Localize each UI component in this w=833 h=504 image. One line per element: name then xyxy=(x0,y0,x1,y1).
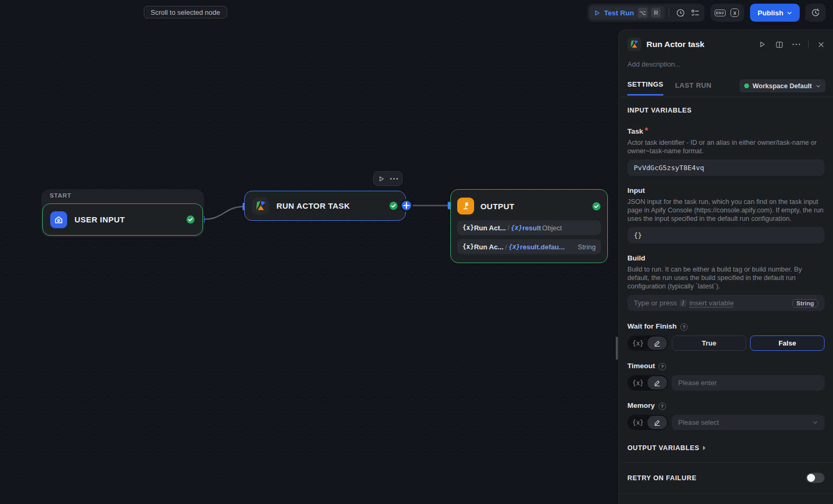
chevron-right-icon xyxy=(703,446,706,450)
edit-mode-button[interactable] xyxy=(647,416,667,429)
variable-path: result xyxy=(522,224,541,232)
test-run-button[interactable]: Test Run ⌥ R xyxy=(589,6,665,20)
apify-logo-icon xyxy=(252,198,269,214)
output-node-header: OUTPUT xyxy=(457,196,601,216)
workspace-status-dot xyxy=(744,83,749,88)
node-play-icon[interactable] xyxy=(378,175,385,182)
workflow-editor: Scroll to selected node Test Run ⌥ R ENV xyxy=(0,0,833,504)
tab-last-run[interactable]: LAST RUN xyxy=(675,81,711,95)
node-user-input[interactable]: USER INPUT xyxy=(42,203,203,236)
tab-settings[interactable]: SETTINGS xyxy=(627,80,663,96)
wait-false-button[interactable]: False xyxy=(750,335,825,351)
toggle-knob xyxy=(807,474,815,482)
book-icon xyxy=(775,41,783,49)
panel-more-button[interactable] xyxy=(791,40,801,49)
build-label: Build xyxy=(627,254,645,262)
version-history-button[interactable] xyxy=(806,4,826,22)
node-title: USER INPUT xyxy=(75,215,179,224)
start-group-label: START xyxy=(50,192,71,199)
build-input[interactable]: Type or press / insert variable String xyxy=(627,295,825,311)
workspace-label: Workspace Default xyxy=(753,82,812,90)
panel-scrollbar[interactable] xyxy=(616,337,618,360)
variable-mode-button[interactable]: {x} xyxy=(628,340,647,347)
env-button[interactable]: ENV xyxy=(712,6,727,20)
node-settings-panel: Run Actor task Add xyxy=(618,30,833,504)
json-input[interactable]: {} xyxy=(627,227,825,244)
input-description: JSON input for the task run, which you c… xyxy=(627,198,825,223)
type-badge: String xyxy=(792,299,818,307)
memory-select[interactable]: Please select xyxy=(672,415,825,430)
panel-docs-button[interactable] xyxy=(774,40,784,49)
input-variables-heading: INPUT VARIABLES xyxy=(627,107,825,114)
variable-path: result.defau... xyxy=(520,243,565,251)
plus-icon xyxy=(403,202,410,209)
path-separator: / xyxy=(507,224,510,232)
build-description: Build to run. It can be either a build t… xyxy=(627,265,825,291)
close-icon xyxy=(818,41,825,48)
build-placeholder: Type or press xyxy=(634,299,677,307)
edit-mode-button[interactable] xyxy=(647,337,667,350)
run-history-button[interactable] xyxy=(673,6,688,20)
toolbar-divider xyxy=(669,8,669,17)
play-icon xyxy=(758,41,766,48)
task-input[interactable]: PvVdGcG5zsyT8E4vq xyxy=(627,160,825,176)
kbd-r: R xyxy=(651,8,661,17)
memory-label: Memory xyxy=(627,402,655,409)
add-next-node-button[interactable] xyxy=(400,199,413,212)
timeout-placeholder: Please enter xyxy=(678,379,717,387)
task-label: Task xyxy=(627,127,643,135)
node-title: OUTPUT xyxy=(480,202,586,211)
panel-title: Run Actor task xyxy=(646,40,752,49)
path-separator: / xyxy=(505,243,507,251)
value-mode-toggle: {x} xyxy=(627,375,668,390)
publish-button[interactable]: Publish xyxy=(750,4,800,22)
section-divider xyxy=(619,493,833,494)
pencil-icon xyxy=(654,340,661,347)
slash-key-hint: / xyxy=(680,300,687,307)
task-description: Actor task identifier - ID or an alias i… xyxy=(627,138,825,155)
panel-close-button[interactable] xyxy=(816,40,826,49)
variable-x-icon: x xyxy=(730,8,739,17)
node-more-icon[interactable] xyxy=(390,178,398,180)
help-icon[interactable]: ? xyxy=(680,323,688,331)
description-input[interactable]: Add description... xyxy=(627,60,826,68)
help-icon[interactable]: ? xyxy=(659,363,666,370)
variable-type: String xyxy=(578,243,596,251)
section-divider xyxy=(619,462,833,463)
variables-button[interactable]: x xyxy=(727,6,742,20)
help-icon[interactable]: ? xyxy=(659,403,666,410)
input-label: Input xyxy=(627,186,645,194)
checklist-button[interactable] xyxy=(688,6,702,20)
output-variables-toggle[interactable]: OUTPUT VARIABLES xyxy=(627,444,825,452)
node-run-actor-task[interactable]: RUN ACTOR TASK xyxy=(244,191,406,221)
history-icon xyxy=(811,8,820,17)
node-title: RUN ACTOR TASK xyxy=(276,201,382,210)
env-icon: ENV xyxy=(715,10,726,16)
chevron-down-icon xyxy=(812,419,818,425)
variable-icon: {x} xyxy=(462,224,474,231)
variable-mode-button[interactable]: {x} xyxy=(628,379,647,387)
variable-icon-blue: {x} xyxy=(508,243,520,250)
insert-variable-hint: insert variable xyxy=(689,299,734,307)
retry-on-failure-heading: RETRY ON FAILURE xyxy=(627,474,697,482)
node-output[interactable]: OUTPUT {x}Run Act.../{x}resultObject {x}… xyxy=(450,189,608,263)
timeout-input[interactable]: Please enter xyxy=(672,375,825,390)
wait-true-button[interactable]: True xyxy=(672,335,746,351)
scroll-to-selected-node-button[interactable]: Scroll to selected node xyxy=(144,6,227,18)
output-variable-row[interactable]: {x}Run Ac.../{x}result.defau...String xyxy=(457,239,601,254)
output-variable-row[interactable]: {x}Run Act.../{x}resultObject xyxy=(457,220,601,235)
value-mode-toggle: {x} xyxy=(627,335,668,351)
success-check-icon xyxy=(186,215,195,224)
variable-mode-button[interactable]: {x} xyxy=(628,419,647,426)
play-icon xyxy=(594,10,600,16)
workspace-selector[interactable]: Workspace Default xyxy=(739,79,826,92)
pencil-icon xyxy=(654,379,661,386)
panel-tabs: SETTINGS LAST RUN Workspace Default xyxy=(627,79,826,97)
top-toolbar: Test Run ⌥ R ENV x Publish xyxy=(587,4,826,22)
panel-play-button[interactable] xyxy=(757,40,767,49)
variable-type: Object xyxy=(542,224,562,232)
test-run-label: Test Run xyxy=(604,9,634,17)
apify-logo-icon xyxy=(627,38,641,51)
edit-mode-button[interactable] xyxy=(647,376,667,389)
retry-toggle[interactable] xyxy=(806,473,825,483)
